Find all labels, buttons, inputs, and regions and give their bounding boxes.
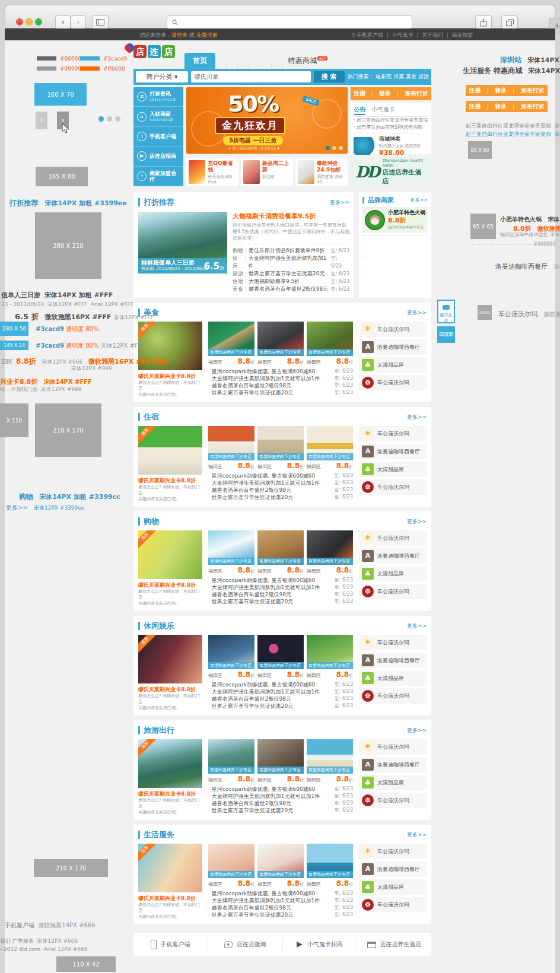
share-button[interactable]	[475, 15, 492, 29]
deal-headline[interactable]: 大饱福刷卡消费助餐享9.5折	[233, 212, 349, 221]
topbar-link-join[interactable]: 商家加盟	[451, 32, 473, 38]
deal-row[interactable]: · 越香名酒茅台百年盛世2瓶仅98元至: 6/23	[208, 591, 353, 598]
deal-card[interactable]: 百度韩国烤肉下沙专店 福田区8.8折	[257, 844, 304, 888]
deal-row[interactable]: · 星河cocopark劲爆优惠, 曼古银满600减60至: 6/23	[208, 368, 353, 375]
merchant-row[interactable]: A洛曼迪咖啡西餐厅	[359, 861, 427, 877]
merchant-row[interactable]: ☸车公庙沃尔玛	[359, 584, 427, 599]
deal-row[interactable]: 住宿|大饱福刷助餐享9.5折至: 6/23	[233, 278, 349, 285]
featured-merchant-card[interactable]: 推荐 缪氏川菜刷兴业卡8.8折 暑假怎么过? 闲聊发烧，不如找门店 兴趣的课充实…	[138, 426, 202, 502]
merchant-row[interactable]: A洛曼迪咖啡西餐厅	[359, 653, 427, 668]
deal-row[interactable]: · 越香名酒茅台百年盛世2瓶仅98元至: 6/23	[208, 695, 353, 702]
merchant-row[interactable]: *车公庙沃尔玛	[359, 426, 427, 441]
deal-row[interactable]: · 世界之窗万圣节学生凭证优惠20元至: 6/23	[208, 389, 353, 396]
deal-row[interactable]: · 星河cocopark劲爆优惠, 曼古银满600减60至: 6/23	[208, 472, 353, 479]
login-link[interactable]: 请登录	[171, 32, 187, 38]
side-menu-item[interactable]: + 商家加盟合作	[133, 167, 183, 186]
deal-card[interactable]: 百度韩国烤肉下沙专店 福田区8.8折	[208, 844, 254, 888]
deal-row[interactable]: · 大金牌呵护强生美肌润肤乳加1元就可以加1件至: 6/23	[208, 793, 353, 800]
more-link[interactable]: 更多>>	[411, 197, 428, 203]
search-button[interactable]: 搜 索	[314, 71, 345, 82]
side-menu-item[interactable]: ▶ 店连店招商	[133, 147, 183, 166]
merchant-row[interactable]: *车公庙沃尔玛	[359, 635, 427, 650]
notice-item[interactable]: · 起三亚自由行住亚龙湾全家齐度假	[354, 117, 428, 124]
deal-row[interactable]: · 世界之窗万圣节学生凭证优惠20元至: 6/23	[208, 807, 353, 814]
site-logo[interactable]: 店连店	[133, 45, 176, 58]
close-window-button[interactable]: ×	[16, 18, 23, 26]
carousel-dot-3[interactable]	[339, 146, 343, 150]
featured-merchant-card[interactable]: 推荐 缪氏川菜刷兴业卡8.8折 暑假怎么过? 闲聊发烧，不如找门店 兴趣的课充实…	[138, 635, 202, 711]
carousel-dot-1[interactable]	[326, 146, 330, 150]
notice-item[interactable]: · 起巴厘岛自由芬芳SPA悠然假期	[354, 124, 428, 131]
address-search-field[interactable]	[167, 15, 412, 29]
deal-card[interactable]: 百度韩国烤肉下沙专店 福田区8.8折	[257, 635, 304, 679]
nav-tab-home[interactable]: 首页	[184, 53, 215, 69]
deal-row[interactable]: · 大金牌呵护强生美肌润肤乳加1元就可以加1件至: 6/23	[208, 688, 353, 695]
footer-service-card[interactable]: 小气鬼卡招商	[283, 937, 358, 952]
brand-list-item[interactable]	[362, 253, 428, 261]
footer-service-hotel[interactable]: 店连店养生酒店	[357, 937, 431, 952]
login-button[interactable]: 登录	[379, 90, 391, 98]
more-link[interactable]: 更多>>	[407, 518, 427, 526]
carousel-prev-arrow-spec[interactable]: ‹	[36, 112, 47, 129]
sidebar-toggle-button[interactable]	[92, 15, 109, 29]
deal-row[interactable]: · 星河cocopark劲爆优惠, 曼古银满600减60至: 6/23	[208, 786, 353, 793]
deal-row[interactable]: 美食|越香名酒茅台百年盛世2瓶仅98元至: 6/23	[233, 285, 349, 293]
deal-row[interactable]: 购物|爱佳乐部分货品6折夏装单件8折至: 6/23	[233, 247, 349, 255]
deal-card[interactable]: 百度韩国烤肉下沙专店 福田区8.8折	[208, 739, 254, 783]
back-to-top-button[interactable]: 回顶部	[437, 326, 455, 343]
carousel-dot-2[interactable]	[332, 146, 336, 150]
zoom-window-button[interactable]: +	[35, 18, 42, 26]
deal-row[interactable]: · 越香名酒茅台百年盛世2瓶仅98元至: 6/23	[208, 382, 353, 389]
more-link[interactable]: 更多>>	[407, 309, 427, 317]
promo-card[interactable]: 新品周二上新折包邮	[241, 158, 293, 186]
deal-card[interactable]: 百度韩国烤肉下沙专店 福田区8.8折	[208, 635, 254, 679]
merchant-row[interactable]: ♣太清甜品屋	[359, 566, 427, 581]
merchant-row[interactable]: *车公庙沃尔玛	[359, 844, 427, 859]
more-link[interactable]: 更多>>	[407, 622, 427, 630]
brand-list-item[interactable]	[362, 269, 428, 276]
side-menu-item[interactable]: ▯ 手机客户端	[133, 127, 183, 147]
nav-tab[interactable]	[249, 63, 260, 69]
nav-tab[interactable]	[238, 63, 249, 69]
deal-row[interactable]: 娱乐|大金牌呵护强生美肌润肤乳加加1件至: 6/23	[233, 255, 349, 270]
merchant-row[interactable]: ☸车公庙沃尔玛	[359, 479, 427, 495]
merchant-row[interactable]: *车公庙沃尔玛	[359, 322, 427, 337]
merchant-row[interactable]: A洛曼迪咖啡西餐厅	[359, 548, 427, 564]
promo-card[interactable]: 充QQ最省钱任意充值抽取iPad	[186, 158, 238, 186]
topbar-link-card[interactable]: 小气鬼卡	[392, 32, 413, 38]
merchant-row[interactable]: A洛曼迪咖啡西餐厅	[359, 339, 427, 355]
back-button[interactable]: ‹	[55, 15, 71, 29]
merchant-row[interactable]: ♣太清甜品屋	[359, 879, 427, 895]
hotel-ad-card[interactable]: DD Dianliandian health Hotel 店连店养生酒店	[351, 158, 431, 186]
nav-tab[interactable]	[215, 63, 227, 69]
footer-service-mobile[interactable]: 手机客户端	[133, 937, 208, 952]
hot-search-terms[interactable]: 热门搜索： 电影院 川菜 美发 桌游	[348, 73, 429, 81]
featured-deal-photo[interactable]: 桂林超值单人三日游 有效期: 2012/06/23 - 2012/06/28 6…	[138, 212, 227, 274]
deal-row[interactable]: · 世界之窗万圣节学生凭证优惠20元至: 6/23	[208, 494, 353, 501]
more-link[interactable]: 更多>>	[407, 831, 427, 839]
footer-service-weibo[interactable]: 店连店微博	[208, 937, 283, 952]
search-input[interactable]	[191, 71, 311, 82]
deal-card[interactable]: 百度韩国烤肉下沙专店 福田区8.8折	[208, 530, 254, 574]
category-select[interactable]: 商户分类 ▾	[136, 71, 188, 82]
mall-special-offer[interactable]: 商城特卖 时尚魅力女款坡跟凉鞋 ¥38.00	[354, 135, 428, 157]
merchant-row[interactable]: ☸车公庙沃尔玛	[359, 897, 427, 912]
featured-brand[interactable]: 小肥羊特色火锅 8.8折 福田区深南中路华强北	[362, 207, 428, 233]
deal-card[interactable]: 百度韩国烤肉下沙专店 福田区8.8折	[257, 426, 304, 470]
deal-card[interactable]: 百度韩国烤肉下沙专店 福田区8.8折	[307, 530, 353, 574]
register-link[interactable]: 免费注册	[196, 32, 218, 38]
side-menu-item[interactable]: ⌂ 入驻商家542174411家	[133, 107, 183, 126]
merchant-row[interactable]: ☸车公庙沃尔玛	[359, 375, 427, 390]
merchant-row[interactable]: A洛曼迪咖啡西餐厅	[359, 757, 427, 772]
deal-row[interactable]: · 越香名酒茅台百年盛世2瓶仅98元至: 6/23	[208, 904, 353, 911]
merchant-row[interactable]: A洛曼迪咖啡西餐厅	[359, 444, 427, 459]
deal-row[interactable]: · 越香名酒茅台百年盛世2瓶仅98元至: 6/23	[208, 800, 353, 807]
deal-card[interactable]: 百度韩国烤肉下沙专店 福田区8.8折	[208, 426, 254, 470]
brand-list-item[interactable]	[362, 246, 428, 253]
featured-merchant-card[interactable]: 推荐 缪氏川菜刷兴业卡8.8折 暑假怎么过? 闲聊发烧，不如找门店 兴趣的课充实…	[138, 739, 202, 815]
nav-tab[interactable]	[272, 63, 283, 69]
more-link[interactable]: 更多>>	[407, 727, 427, 734]
deal-card[interactable]: 百度韩国烤肉下沙专店 福田区8.8折	[307, 844, 353, 888]
merchant-row[interactable]: *车公庙沃尔玛	[359, 739, 427, 755]
deal-row[interactable]: · 世界之窗万圣节学生凭证优惠20元至: 6/23	[208, 702, 353, 710]
